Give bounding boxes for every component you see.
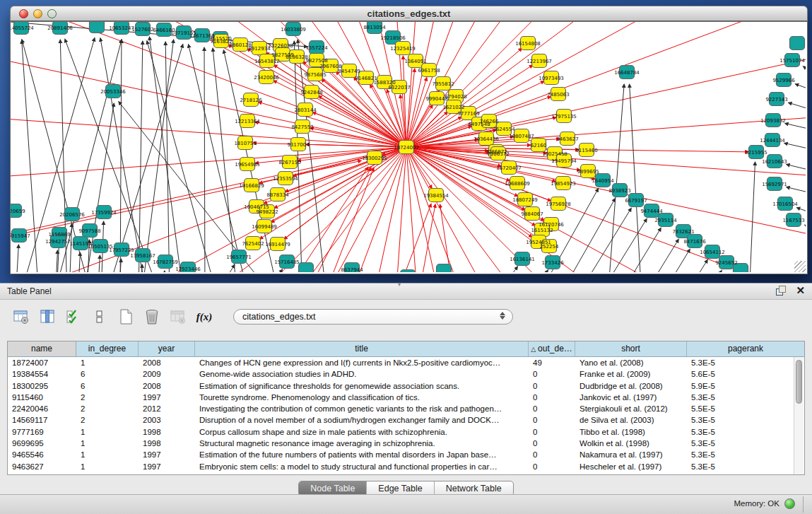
graph-node[interactable]	[90, 22, 105, 33]
table-row[interactable]: 1456911722003Disruption of a novel membe…	[8, 414, 804, 426]
graph-edge[interactable]	[147, 41, 218, 272]
table-cell[interactable]: Disruption of a novel member of a sodium…	[195, 414, 529, 426]
table-cell[interactable]: 9465546	[8, 449, 76, 460]
table-cell[interactable]: 5.9E-5	[687, 380, 804, 392]
table-cell[interactable]: 0	[529, 426, 575, 438]
delete-column-icon[interactable]	[143, 308, 160, 325]
table-cell[interactable]: 5.3E-5	[687, 357, 804, 368]
network-graph[interactable]: 1872400714055724208914061065324715276026…	[11, 22, 806, 272]
table-options-icon[interactable]	[13, 308, 30, 325]
graph-edge[interactable]	[406, 147, 806, 272]
table-row[interactable]: 946554611997Estimation of the future num…	[8, 449, 804, 460]
graph-edge[interactable]	[396, 204, 431, 272]
table-cell[interactable]: 2008	[139, 357, 195, 368]
graph-edge[interactable]	[273, 81, 406, 147]
table-cell[interactable]: Dudbridge et al. (2008)	[575, 380, 687, 392]
table-cell[interactable]: 6	[76, 380, 139, 392]
table-cell[interactable]: 18724007	[8, 357, 76, 368]
table-cell[interactable]: 1	[76, 461, 139, 472]
graph-edge[interactable]	[803, 66, 806, 71]
graph-node[interactable]	[401, 270, 416, 273]
graph-edge[interactable]	[98, 255, 100, 272]
table-scrollbar-thumb[interactable]	[796, 360, 802, 404]
table-cell[interactable]: Stergiakouli et al. (2012)	[575, 403, 687, 414]
table-scrollbar[interactable]	[794, 357, 804, 474]
graph-edge[interactable]	[284, 147, 406, 239]
table-cell[interactable]: 9115460	[8, 392, 76, 403]
table-cell[interactable]: Changes of HCN gene expression and I(f) …	[195, 357, 529, 368]
graph-edge[interactable]	[406, 147, 806, 272]
graph-edge[interactable]	[283, 167, 368, 272]
graph-edge[interactable]	[784, 143, 806, 149]
table-cell[interactable]: 5.5E-5	[687, 403, 804, 414]
table-cell[interactable]: 2	[76, 392, 139, 403]
table-cell[interactable]: 2008	[139, 380, 195, 392]
graph-edge[interactable]	[106, 45, 183, 272]
table-cell[interactable]: 1998	[139, 426, 195, 438]
window-titlebar[interactable]: citations_edges.txt	[10, 6, 808, 21]
table-cell[interactable]: 1	[76, 449, 139, 460]
table-cell[interactable]: 49	[529, 357, 575, 368]
table-row[interactable]: 1938455462009Genome-wide association stu…	[8, 368, 804, 380]
table-cell[interactable]: Franke et al. (2009)	[575, 368, 687, 380]
table-cell[interactable]: 9699695	[8, 438, 76, 449]
network-canvas[interactable]: 1872400714055724208914061065324715276026…	[10, 21, 808, 274]
graph-edge[interactable]	[139, 41, 143, 272]
graph-edge[interactable]	[406, 147, 806, 272]
tab-network-table[interactable]: Network Table	[435, 481, 513, 496]
table-row[interactable]: 946362711997Embryonic stem cells: a mode…	[8, 461, 804, 472]
row-mode-icon[interactable]	[91, 308, 108, 325]
table-cell[interactable]: 1	[76, 426, 139, 438]
table-cell[interactable]: 2012	[139, 403, 195, 414]
table-cell[interactable]: 0	[529, 380, 575, 392]
column-header-in-degree[interactable]: in_degree	[76, 341, 139, 356]
table-cell[interactable]: Genome-wide association studies in ADHD.	[195, 368, 529, 380]
table-cell[interactable]: de Silva et al. (2003)	[575, 414, 687, 426]
table-cell[interactable]: 2	[76, 403, 139, 414]
graph-edge[interactable]	[805, 225, 806, 228]
graph-edge[interactable]	[100, 38, 147, 272]
table-cell[interactable]: 1	[76, 438, 139, 449]
delete-table-icon[interactable]	[170, 308, 187, 325]
table-cell[interactable]: 5.3E-5	[687, 438, 804, 449]
graph-edge[interactable]	[785, 123, 806, 129]
float-panel-icon[interactable]	[776, 286, 786, 296]
column-browser-icon[interactable]	[39, 308, 56, 325]
graph-edge[interactable]	[69, 223, 72, 272]
panel-splitter-grip[interactable]: ▾	[398, 281, 401, 288]
graph-edge[interactable]	[16, 245, 18, 272]
graph-edge[interactable]	[406, 147, 806, 272]
table-cell[interactable]: 5.3E-5	[687, 414, 804, 426]
table-cell[interactable]: 2	[76, 414, 139, 426]
graph-node[interactable]	[299, 263, 314, 273]
table-row[interactable]: 1872400712008Changes of HCN gene express…	[8, 357, 804, 368]
table-cell[interactable]: 1997	[139, 392, 195, 403]
table-cell[interactable]: 5.3E-5	[687, 461, 804, 472]
table-row[interactable]: 1830029562008Estimation of significance …	[8, 380, 804, 392]
table-cell[interactable]: 5.3E-5	[687, 426, 804, 438]
table-cell[interactable]: 0	[529, 438, 575, 449]
select-rows-icon[interactable]	[65, 308, 82, 325]
graph-edge[interactable]	[212, 264, 235, 272]
table-cell[interactable]: 2003	[139, 414, 195, 426]
column-header-out-degree[interactable]: △out_de…	[529, 341, 575, 356]
graph-edge[interactable]	[440, 204, 454, 272]
table-cell[interactable]: Structural magnetic resonance image aver…	[195, 438, 529, 449]
graph-node[interactable]	[437, 264, 452, 273]
table-cell[interactable]: Estimation of significance thresholds fo…	[195, 380, 529, 392]
graph-edge[interactable]	[796, 208, 806, 213]
graph-edge[interactable]	[342, 147, 406, 272]
graph-edge[interactable]	[406, 147, 806, 272]
table-cell[interactable]: Wolkin et al. (1998)	[575, 438, 687, 449]
table-cell[interactable]: 5.3E-5	[687, 392, 804, 403]
graph-edge[interactable]	[260, 269, 283, 272]
memory-ok-indicator[interactable]	[784, 498, 795, 509]
graph-edge[interactable]	[662, 270, 722, 272]
table-cell[interactable]: Tourette syndrome. Phenomenology and cla…	[195, 392, 529, 403]
graph-edge[interactable]	[55, 250, 57, 272]
table-cell[interactable]: 2009	[139, 368, 195, 380]
graph-edge[interactable]	[795, 84, 806, 90]
table-cell[interactable]: 9463627	[8, 461, 76, 472]
graph-edge[interactable]	[162, 271, 165, 272]
graph-edge[interactable]	[204, 47, 205, 272]
